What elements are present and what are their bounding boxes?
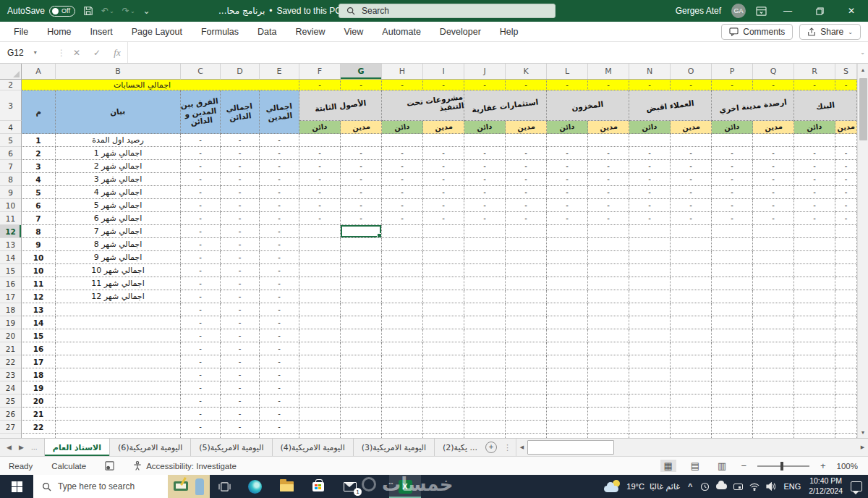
cell-O24[interactable]: [671, 381, 712, 394]
cell-B20[interactable]: [56, 329, 181, 342]
macro-record-icon[interactable]: [105, 461, 114, 470]
cell-S9[interactable]: -: [835, 186, 857, 199]
ribbon-tab-formulas[interactable]: Formulas: [192, 22, 248, 41]
page-layout-view-icon[interactable]: ▤: [687, 460, 703, 472]
cell-Q24[interactable]: [753, 381, 794, 394]
cell-N24[interactable]: [629, 381, 671, 394]
cell-S6[interactable]: -: [835, 147, 857, 160]
zoom-slider-thumb[interactable]: [780, 462, 783, 470]
ribbon-tab-page-layout[interactable]: Page Layout: [122, 22, 192, 41]
row-header-6[interactable]: 6: [0, 147, 22, 160]
cell-J19[interactable]: [464, 316, 506, 329]
credit-header[interactable]: دائن: [547, 121, 588, 134]
debit-header[interactable]: مدين: [588, 121, 629, 134]
cell-L17[interactable]: [547, 290, 588, 303]
cell-P27[interactable]: [712, 421, 753, 434]
cell-B8[interactable]: اجمالي شهر 3: [56, 173, 181, 186]
cell-Q21[interactable]: [753, 342, 794, 355]
totals-cell-P2[interactable]: -: [712, 80, 753, 90]
ribbon-tab-developer[interactable]: Developer: [430, 22, 490, 41]
cell-N16[interactable]: [629, 277, 671, 290]
cell-B14[interactable]: اجمالي شهر 9: [56, 251, 181, 264]
column-header-O[interactable]: O: [671, 64, 712, 80]
cell-C24[interactable]: -: [181, 381, 221, 394]
cell-L20[interactable]: [547, 329, 588, 342]
group-header[interactable]: البنك: [794, 90, 857, 121]
totals-cell-L2[interactable]: -: [547, 80, 588, 90]
cell-N23[interactable]: [629, 368, 671, 381]
confirm-entry-icon[interactable]: ✓: [87, 42, 107, 63]
cell-H20[interactable]: [382, 329, 423, 342]
cell-H18[interactable]: [382, 303, 423, 316]
cell-K19[interactable]: [506, 316, 547, 329]
cell-B24[interactable]: [56, 381, 181, 394]
cell-C25[interactable]: -: [181, 394, 221, 408]
cell-Q6[interactable]: -: [753, 147, 794, 160]
restore-button[interactable]: [809, 0, 830, 22]
cell-K15[interactable]: [506, 264, 547, 277]
select-all-corner[interactable]: [0, 64, 22, 80]
cell-H17[interactable]: [382, 290, 423, 303]
cell-F13[interactable]: [299, 238, 341, 251]
cell-E5[interactable]: -: [260, 134, 299, 147]
cell-L22[interactable]: [547, 355, 588, 368]
column-header-D[interactable]: D: [221, 64, 260, 80]
cell-N22[interactable]: [629, 355, 671, 368]
header-cell-B[interactable]: بيان: [56, 90, 181, 134]
cell-M6[interactable]: -: [588, 147, 629, 160]
totals-cell-I2[interactable]: -: [423, 80, 464, 90]
cell-M23[interactable]: [588, 368, 629, 381]
weather-widget[interactable]: 19°C غائم غالبًا: [604, 480, 680, 493]
cell-L27[interactable]: [547, 421, 588, 434]
normal-view-icon[interactable]: ▦: [660, 460, 676, 472]
new-sheet-button[interactable]: +: [485, 442, 497, 453]
cell-H19[interactable]: [382, 316, 423, 329]
ribbon-tab-automate[interactable]: Automate: [373, 22, 430, 41]
cell-Q27[interactable]: [753, 421, 794, 434]
cell-P5[interactable]: [712, 134, 753, 147]
volume-tray-icon[interactable]: [766, 482, 775, 491]
cell-C17[interactable]: -: [181, 290, 221, 303]
scroll-left-icon[interactable]: ◀: [516, 439, 527, 456]
cell-H12[interactable]: [382, 225, 423, 238]
column-header-E[interactable]: E: [260, 64, 299, 80]
cell-E20[interactable]: -: [260, 329, 299, 342]
cell-S5[interactable]: [835, 134, 857, 147]
cell-I19[interactable]: [423, 316, 464, 329]
cell-L9[interactable]: -: [547, 186, 588, 199]
cell-L11[interactable]: -: [547, 212, 588, 225]
cell-A6[interactable]: 2: [22, 147, 56, 160]
cell-M18[interactable]: [588, 303, 629, 316]
cell-R23[interactable]: [794, 368, 835, 381]
cell-I6[interactable]: -: [423, 147, 464, 160]
cell-G9[interactable]: -: [341, 186, 382, 199]
cell-A7[interactable]: 3: [22, 160, 56, 173]
cell-L14[interactable]: [547, 251, 588, 264]
cell-F17[interactable]: [299, 290, 341, 303]
cell-E17[interactable]: -: [260, 290, 299, 303]
cell-R17[interactable]: [794, 290, 835, 303]
action-center-icon[interactable]: [851, 481, 862, 491]
cell-O13[interactable]: [671, 238, 712, 251]
cell-H24[interactable]: [382, 381, 423, 394]
cell-Q25[interactable]: [753, 394, 794, 408]
cell-B18[interactable]: [56, 303, 181, 316]
cell-O17[interactable]: [671, 290, 712, 303]
cell-Q16[interactable]: [753, 277, 794, 290]
ribbon-tab-review[interactable]: Review: [286, 22, 334, 41]
totals-cell-G2[interactable]: -: [341, 80, 382, 90]
cell-E14[interactable]: -: [260, 251, 299, 264]
cell-R12[interactable]: [794, 225, 835, 238]
cell-E6[interactable]: -: [260, 147, 299, 160]
cell-K23[interactable]: [506, 368, 547, 381]
cell-K7[interactable]: -: [506, 160, 547, 173]
sheet-tab[interactable]: اليومية الامريكية(6): [110, 439, 191, 456]
cell-E19[interactable]: -: [260, 316, 299, 329]
cell-B21[interactable]: [56, 342, 181, 355]
cell-C23[interactable]: -: [181, 368, 221, 381]
cell-P14[interactable]: [712, 251, 753, 264]
row-header-23[interactable]: 23: [0, 368, 22, 381]
cell-J12[interactable]: [464, 225, 506, 238]
cell-R18[interactable]: [794, 303, 835, 316]
cell-I22[interactable]: [423, 355, 464, 368]
